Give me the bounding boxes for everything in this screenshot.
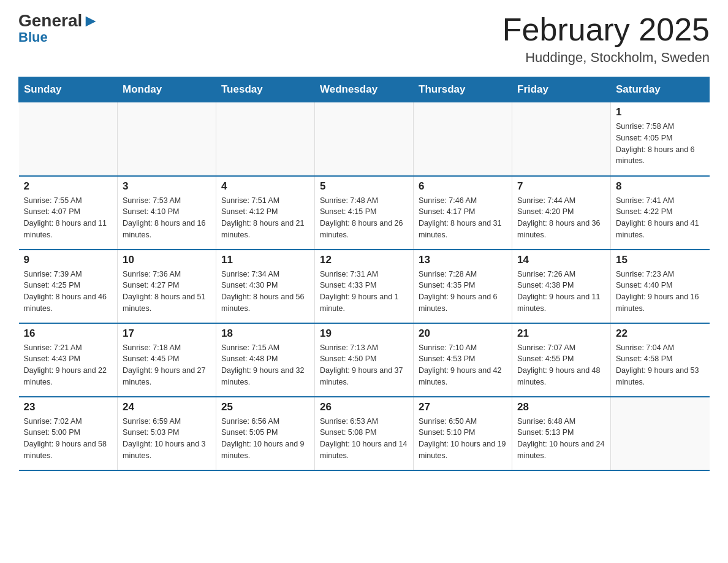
day-info: Sunrise: 6:59 AMSunset: 5:03 PMDaylight:… [123, 416, 211, 462]
day-info: Sunrise: 7:36 AMSunset: 4:27 PMDaylight:… [123, 269, 211, 315]
day-cell: 18Sunrise: 7:15 AMSunset: 4:48 PMDayligh… [216, 323, 315, 397]
day-number: 27 [419, 401, 507, 413]
col-saturday: Saturday [611, 77, 710, 102]
day-info: Sunrise: 7:28 AMSunset: 4:35 PMDaylight:… [419, 269, 507, 315]
day-number: 23 [24, 401, 113, 413]
day-number: 13 [419, 254, 507, 266]
day-number: 10 [123, 254, 211, 266]
day-cell: 21Sunrise: 7:07 AMSunset: 4:55 PMDayligh… [512, 323, 611, 397]
header-row: Sunday Monday Tuesday Wednesday Thursday… [19, 77, 710, 102]
day-cell: 28Sunrise: 6:48 AMSunset: 5:13 PMDayligh… [512, 397, 611, 470]
day-cell: 14Sunrise: 7:26 AMSunset: 4:38 PMDayligh… [512, 250, 611, 323]
title-area: February 2025 Huddinge, Stockholm, Swede… [502, 12, 710, 66]
calendar-header: Sunday Monday Tuesday Wednesday Thursday… [19, 77, 710, 102]
day-number: 9 [24, 254, 113, 266]
day-info: Sunrise: 6:50 AMSunset: 5:10 PMDaylight:… [419, 416, 507, 462]
col-thursday: Thursday [414, 77, 512, 102]
day-info: Sunrise: 7:51 AMSunset: 4:12 PMDaylight:… [221, 195, 309, 241]
day-number: 18 [221, 327, 309, 340]
col-monday: Monday [118, 77, 216, 102]
day-cell: 1Sunrise: 7:58 AMSunset: 4:05 PMDaylight… [611, 102, 710, 176]
day-cell: 10Sunrise: 7:36 AMSunset: 4:27 PMDayligh… [118, 250, 216, 323]
day-info: Sunrise: 7:44 AMSunset: 4:20 PMDaylight:… [517, 195, 605, 241]
col-wednesday: Wednesday [315, 77, 414, 102]
day-cell: 19Sunrise: 7:13 AMSunset: 4:50 PMDayligh… [315, 323, 414, 397]
day-cell [216, 102, 315, 176]
day-info: Sunrise: 7:13 AMSunset: 4:50 PMDaylight:… [320, 342, 408, 388]
day-info: Sunrise: 7:07 AMSunset: 4:55 PMDaylight:… [517, 342, 605, 388]
day-cell: 2Sunrise: 7:55 AMSunset: 4:07 PMDaylight… [19, 176, 118, 250]
day-cell: 6Sunrise: 7:46 AMSunset: 4:17 PMDaylight… [414, 176, 512, 250]
day-info: Sunrise: 6:56 AMSunset: 5:05 PMDaylight:… [221, 416, 309, 462]
day-cell: 7Sunrise: 7:44 AMSunset: 4:20 PMDaylight… [512, 176, 611, 250]
day-number: 12 [320, 254, 408, 266]
day-number: 4 [221, 180, 309, 193]
day-cell [19, 102, 118, 176]
day-info: Sunrise: 7:02 AMSunset: 5:00 PMDaylight:… [24, 416, 113, 462]
day-number: 17 [123, 327, 211, 340]
day-info: Sunrise: 7:18 AMSunset: 4:45 PMDaylight:… [123, 342, 211, 388]
day-cell: 22Sunrise: 7:04 AMSunset: 4:58 PMDayligh… [611, 323, 710, 397]
day-cell [611, 397, 710, 470]
day-cell: 5Sunrise: 7:48 AMSunset: 4:15 PMDaylight… [315, 176, 414, 250]
day-info: Sunrise: 7:31 AMSunset: 4:33 PMDaylight:… [320, 269, 408, 315]
day-cell: 20Sunrise: 7:10 AMSunset: 4:53 PMDayligh… [414, 323, 512, 397]
week-row-4: 23Sunrise: 7:02 AMSunset: 5:00 PMDayligh… [19, 397, 710, 470]
week-row-0: 1Sunrise: 7:58 AMSunset: 4:05 PMDaylight… [19, 102, 710, 176]
day-cell [414, 102, 512, 176]
day-number: 22 [616, 327, 705, 340]
day-cell: 9Sunrise: 7:39 AMSunset: 4:25 PMDaylight… [19, 250, 118, 323]
calendar-table: Sunday Monday Tuesday Wednesday Thursday… [18, 77, 710, 471]
day-number: 8 [616, 180, 705, 193]
day-cell [512, 102, 611, 176]
day-cell: 16Sunrise: 7:21 AMSunset: 4:43 PMDayligh… [19, 323, 118, 397]
day-cell [315, 102, 414, 176]
day-number: 15 [616, 254, 705, 266]
day-number: 24 [123, 401, 211, 413]
col-sunday: Sunday [19, 77, 118, 102]
day-info: Sunrise: 7:55 AMSunset: 4:07 PMDaylight:… [24, 195, 113, 241]
day-info: Sunrise: 7:58 AMSunset: 4:05 PMDaylight:… [616, 121, 705, 167]
day-number: 6 [419, 180, 507, 193]
day-info: Sunrise: 7:53 AMSunset: 4:10 PMDaylight:… [123, 195, 211, 241]
day-number: 20 [419, 327, 507, 340]
day-cell: 15Sunrise: 7:23 AMSunset: 4:40 PMDayligh… [611, 250, 710, 323]
day-cell: 4Sunrise: 7:51 AMSunset: 4:12 PMDaylight… [216, 176, 315, 250]
location: Huddinge, Stockholm, Sweden [502, 50, 710, 66]
col-friday: Friday [512, 77, 611, 102]
day-number: 28 [517, 401, 605, 413]
day-number: 7 [517, 180, 605, 193]
day-cell [118, 102, 216, 176]
day-number: 25 [221, 401, 309, 413]
day-number: 11 [221, 254, 309, 266]
day-number: 1 [616, 106, 705, 118]
day-info: Sunrise: 7:15 AMSunset: 4:48 PMDaylight:… [221, 342, 309, 388]
day-cell: 8Sunrise: 7:41 AMSunset: 4:22 PMDaylight… [611, 176, 710, 250]
day-number: 2 [24, 180, 113, 193]
day-info: Sunrise: 7:26 AMSunset: 4:38 PMDaylight:… [517, 269, 605, 315]
day-number: 16 [24, 327, 113, 340]
day-info: Sunrise: 7:46 AMSunset: 4:17 PMDaylight:… [419, 195, 507, 241]
day-info: Sunrise: 7:23 AMSunset: 4:40 PMDaylight:… [616, 269, 705, 315]
logo-triangle-icon: ► [82, 11, 99, 30]
day-info: Sunrise: 6:48 AMSunset: 5:13 PMDaylight:… [517, 416, 605, 462]
col-tuesday: Tuesday [216, 77, 315, 102]
day-cell: 3Sunrise: 7:53 AMSunset: 4:10 PMDaylight… [118, 176, 216, 250]
logo-general-text: General► [18, 12, 99, 29]
day-cell: 17Sunrise: 7:18 AMSunset: 4:45 PMDayligh… [118, 323, 216, 397]
day-cell: 27Sunrise: 6:50 AMSunset: 5:10 PMDayligh… [414, 397, 512, 470]
day-info: Sunrise: 7:04 AMSunset: 4:58 PMDaylight:… [616, 342, 705, 388]
day-info: Sunrise: 7:10 AMSunset: 4:53 PMDaylight:… [419, 342, 507, 388]
day-number: 21 [517, 327, 605, 340]
week-row-1: 2Sunrise: 7:55 AMSunset: 4:07 PMDaylight… [19, 176, 710, 250]
day-cell: 26Sunrise: 6:53 AMSunset: 5:08 PMDayligh… [315, 397, 414, 470]
day-cell: 11Sunrise: 7:34 AMSunset: 4:30 PMDayligh… [216, 250, 315, 323]
day-number: 3 [123, 180, 211, 193]
logo: General► Blue [18, 12, 99, 45]
day-cell: 13Sunrise: 7:28 AMSunset: 4:35 PMDayligh… [414, 250, 512, 323]
day-info: Sunrise: 6:53 AMSunset: 5:08 PMDaylight:… [320, 416, 408, 462]
day-number: 19 [320, 327, 408, 340]
logo-blue-text: Blue [18, 29, 48, 45]
calendar-body: 1Sunrise: 7:58 AMSunset: 4:05 PMDaylight… [19, 102, 710, 470]
day-number: 14 [517, 254, 605, 266]
